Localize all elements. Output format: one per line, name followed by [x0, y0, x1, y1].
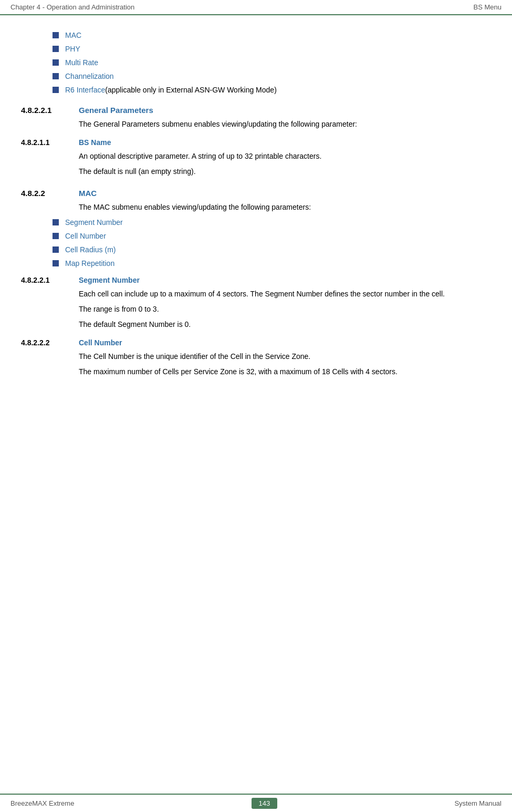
- bullet-square-icon: [53, 219, 59, 225]
- subsection-heading-s48221: 4.8.2.2.1Segment Number: [21, 276, 491, 284]
- subsection-num-s48211: 4.8.2.1.1: [21, 138, 79, 147]
- section-bullet-link-s4822-1[interactable]: Cell Number: [65, 232, 106, 240]
- bullet-square-icon: [53, 87, 59, 93]
- page-footer: BreezeMAX Extreme 143 System Manual: [0, 794, 512, 812]
- top-bullet-link-phy[interactable]: PHY: [65, 45, 80, 53]
- footer-left: BreezeMAX Extreme: [11, 799, 74, 807]
- top-bullet-suffix-r6_interface: (applicable only in External ASN-GW Work…: [105, 86, 277, 94]
- subsection-para-s48211-0: An optional descriptive parameter. A str…: [79, 151, 491, 162]
- subsection-para-s48221-0: Each cell can include up to a maximum of…: [79, 289, 491, 300]
- subsection-heading-s48211: 4.8.2.1.1BS Name: [21, 138, 491, 147]
- section-bullet-link-s4822-3[interactable]: Map Repetition: [65, 259, 114, 268]
- footer-right: System Manual: [454, 799, 501, 807]
- top-bullet-link-channelization[interactable]: Channelization: [65, 72, 114, 80]
- subsection-para-s48221-1: The range is from 0 to 3.: [79, 304, 491, 315]
- main-content: MACPHYMulti RateChannelizationR6 Interfa…: [0, 15, 512, 413]
- bullet-square-icon: [53, 73, 59, 79]
- bullet-square-icon: [53, 59, 59, 66]
- section-bullet-s4822-0: Segment Number: [53, 218, 491, 227]
- section-bullet-s4822-2: Cell Radius (m): [53, 245, 491, 254]
- section-bullet-link-s4822-0[interactable]: Segment Number: [65, 218, 123, 227]
- subsection-title-s48221: Segment Number: [79, 276, 140, 284]
- section-heading-s4822: 4.8.2.2MAC: [21, 189, 491, 198]
- top-bullet-item-channelization: Channelization: [53, 72, 491, 80]
- bullet-square-icon: [53, 233, 59, 239]
- sections-container: 4.8.2.2.1General ParametersThe General P…: [21, 106, 491, 377]
- header-right: BS Menu: [474, 3, 501, 11]
- footer-page-number: 143: [252, 798, 278, 809]
- section-bullet-link-s4822-2[interactable]: Cell Radius (m): [65, 245, 116, 254]
- section-para-s4821-0: The General Parameters submenu enables v…: [79, 119, 491, 130]
- bullet-square-icon: [53, 260, 59, 266]
- top-bullet-item-multi_rate: Multi Rate: [53, 58, 491, 67]
- top-bullet-link-multi_rate[interactable]: Multi Rate: [65, 58, 98, 67]
- top-bullet-list: MACPHYMulti RateChannelizationR6 Interfa…: [21, 31, 491, 94]
- bullet-square-icon: [53, 46, 59, 52]
- section-num-s4822: 4.8.2.2: [21, 189, 79, 198]
- subsection-para-s48211-1: The default is null (an empty string).: [79, 166, 491, 177]
- section-title-s4821: General Parameters: [79, 106, 153, 115]
- top-bullet-link-mac[interactable]: MAC: [65, 31, 81, 39]
- section-para-s4822-0: The MAC submenu enables viewing/updating…: [79, 202, 491, 213]
- section-bullet-s4822-1: Cell Number: [53, 232, 491, 240]
- top-bullet-item-r6_interface: R6 Interface (applicable only in Externa…: [53, 86, 491, 94]
- subsection-para-s48222-1: The maximum number of Cells per Service …: [79, 366, 491, 377]
- subsection-num-s48222: 4.8.2.2.2: [21, 338, 79, 347]
- section-bullet-s4822-3: Map Repetition: [53, 259, 491, 268]
- section-heading-s4821: 4.8.2.2.1General Parameters: [21, 106, 491, 115]
- subsection-title-s48211: BS Name: [79, 138, 111, 147]
- bullet-square-icon: [53, 246, 59, 253]
- header-left: Chapter 4 - Operation and Administration: [11, 3, 134, 11]
- subsection-title-s48222: Cell Number: [79, 338, 122, 347]
- bullet-square-icon: [53, 32, 59, 38]
- subsection-para-s48222-0: The Cell Number is the unique identifier…: [79, 351, 491, 362]
- subsection-num-s48221: 4.8.2.2.1: [21, 276, 79, 284]
- top-bullet-item-mac: MAC: [53, 31, 491, 39]
- subsection-para-s48221-2: The default Segment Number is 0.: [79, 319, 491, 330]
- page-header: Chapter 4 - Operation and Administration…: [0, 0, 512, 15]
- top-bullet-link-r6_interface[interactable]: R6 Interface: [65, 86, 105, 94]
- section-num-s4821: 4.8.2.2.1: [21, 106, 79, 115]
- section-title-s4822: MAC: [79, 189, 97, 198]
- subsection-heading-s48222: 4.8.2.2.2Cell Number: [21, 338, 491, 347]
- top-bullet-item-phy: PHY: [53, 45, 491, 53]
